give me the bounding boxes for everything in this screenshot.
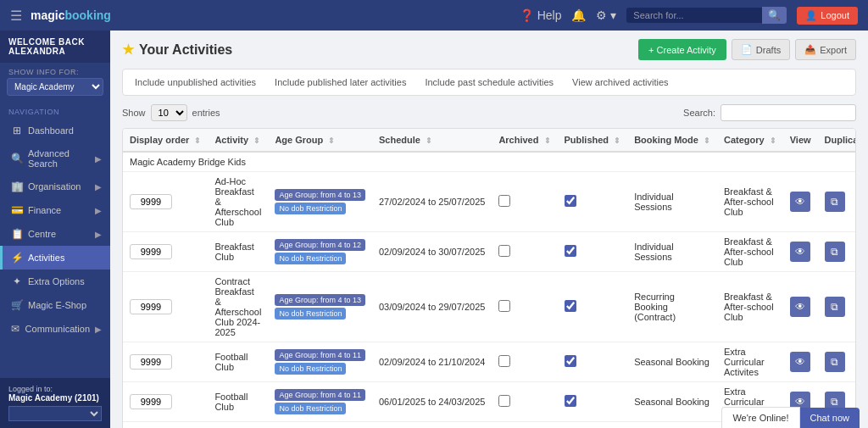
- published-cell[interactable]: [558, 232, 628, 272]
- header-actions: + Create Activity 📄 Drafts 📤 Export: [638, 39, 856, 60]
- duplicate-button[interactable]: ⧉: [825, 242, 845, 262]
- view-button[interactable]: 👁: [790, 242, 810, 262]
- archived-cell[interactable]: [492, 422, 557, 429]
- category-cell: Breakfast & After-school Club: [717, 272, 783, 342]
- sort-icon: ⇕: [704, 136, 710, 145]
- sidebar-item-organisation[interactable]: 🏢 Organisation ▶: [0, 175, 110, 198]
- published-checkbox[interactable]: [565, 195, 576, 207]
- sort-icon: ⇕: [194, 136, 201, 145]
- duplicate-cell[interactable]: ⧉: [818, 272, 856, 342]
- duplicate-cell[interactable]: ⧉: [818, 342, 856, 382]
- duplicate-button[interactable]: ⧉: [825, 297, 845, 317]
- published-cell[interactable]: [558, 342, 628, 382]
- archived-cell[interactable]: [492, 272, 557, 342]
- published-checkbox[interactable]: [565, 300, 576, 312]
- hamburger-icon[interactable]: ☰: [10, 8, 22, 24]
- duplicate-cell[interactable]: ⧉: [818, 232, 856, 272]
- filter-tab-past-schedule[interactable]: Include past schedule activities: [416, 73, 562, 92]
- published-cell[interactable]: [558, 422, 628, 429]
- logged-in-label: Logged in to:: [8, 385, 53, 393]
- sidebar-item-activities[interactable]: ⚡ Activities: [0, 246, 110, 270]
- view-cell[interactable]: 👁: [783, 272, 818, 342]
- col-age-group[interactable]: Age Group ⇕: [268, 129, 372, 152]
- sidebar-item-finance[interactable]: 💳 Finance ▶: [0, 198, 110, 222]
- filter-tab-archived[interactable]: View archived activities: [564, 73, 677, 92]
- published-checkbox[interactable]: [565, 395, 576, 407]
- sidebar-item-centre[interactable]: 📋 Centre ▶: [0, 222, 110, 246]
- display-order-input[interactable]: [130, 194, 172, 209]
- chat-widget: We're Online! Chat now: [721, 407, 860, 428]
- drafts-button[interactable]: 📄 Drafts: [732, 39, 790, 60]
- sort-icon: ⇕: [544, 136, 551, 145]
- display-order-input[interactable]: [130, 354, 172, 370]
- archived-cell[interactable]: [492, 232, 557, 272]
- bell-icon[interactable]: 🔔: [571, 8, 586, 22]
- published-cell[interactable]: [558, 272, 628, 342]
- col-category[interactable]: Category ⇕: [717, 129, 783, 152]
- archived-cell[interactable]: [492, 382, 557, 422]
- col-booking-mode[interactable]: Booking Mode ⇕: [627, 129, 717, 152]
- published-cell[interactable]: [558, 382, 628, 422]
- chevron-right-icon: ▶: [95, 206, 102, 215]
- duplicate-button[interactable]: ⧉: [825, 352, 845, 372]
- archived-checkbox[interactable]: [498, 355, 510, 367]
- footer-select[interactable]: [8, 406, 102, 421]
- logout-button[interactable]: 👤 Logout: [797, 7, 858, 25]
- col-display-order[interactable]: Display order ⇕: [123, 129, 208, 152]
- export-button[interactable]: 📤 Export: [795, 39, 856, 60]
- col-schedule[interactable]: Schedule ⇕: [372, 129, 492, 152]
- top-search-button[interactable]: 🔍: [762, 7, 787, 24]
- published-cell[interactable]: [558, 172, 628, 232]
- display-order-input[interactable]: [130, 244, 172, 259]
- age-group-cell: Age Group: from 4 to 11 No dob Restricti…: [268, 422, 372, 429]
- chevron-right-icon: ▶: [95, 230, 102, 239]
- age-badge: Age Group: from 4 to 12: [275, 239, 365, 251]
- duplicate-cell[interactable]: ⧉: [818, 172, 856, 232]
- table-search-input[interactable]: [721, 104, 856, 121]
- archived-checkbox[interactable]: [498, 195, 510, 207]
- display-order-input[interactable]: [130, 299, 172, 314]
- chat-now-button[interactable]: Chat now: [800, 408, 860, 428]
- archived-cell[interactable]: [492, 172, 557, 232]
- entries-select[interactable]: 10 25 50: [151, 104, 187, 121]
- col-archived[interactable]: Archived ⇕: [492, 129, 557, 152]
- schedule-cell: 27/02/2024 to 25/07/2025: [372, 172, 492, 232]
- sidebar-item-advanced-search[interactable]: 🔍 Advanced Search ▶: [0, 142, 110, 175]
- top-search-input[interactable]: [626, 8, 762, 23]
- archived-checkbox[interactable]: [498, 395, 510, 407]
- archived-cell[interactable]: [492, 342, 557, 382]
- sidebar-item-eshop[interactable]: 🛒 Magic E-Shop: [0, 293, 110, 317]
- filter-tab-published-later[interactable]: Include published later activities: [266, 73, 415, 92]
- sidebar-item-label: Dashboard: [28, 125, 74, 136]
- booking-mode-cell: Recurring Booking (Contract): [627, 272, 717, 342]
- duplicate-button[interactable]: ⧉: [825, 192, 845, 212]
- view-cell[interactable]: 👁: [783, 232, 818, 272]
- col-activity[interactable]: Activity ⇕: [208, 129, 268, 152]
- view-button[interactable]: 👁: [790, 192, 810, 212]
- archived-checkbox[interactable]: [498, 245, 510, 257]
- view-button[interactable]: 👁: [790, 352, 810, 372]
- centre-icon: 📋: [11, 228, 23, 240]
- archived-checkbox[interactable]: [498, 300, 510, 312]
- view-cell[interactable]: 👁: [783, 342, 818, 382]
- sidebar-item-extra-options[interactable]: ✦ Extra Options: [0, 270, 110, 293]
- gear-icon[interactable]: ⚙ ▾: [596, 8, 616, 22]
- category-cell: Extra Curricular Activites: [717, 342, 783, 382]
- published-checkbox[interactable]: [565, 355, 576, 367]
- sort-icon: ⇕: [253, 136, 260, 145]
- sidebar-item-dashboard[interactable]: ⊞ Dashboard: [0, 119, 110, 142]
- col-published[interactable]: Published ⇕: [558, 129, 628, 152]
- published-checkbox[interactable]: [565, 245, 576, 257]
- show-info-select[interactable]: Magic Academy: [7, 78, 103, 96]
- create-activity-button[interactable]: + Create Activity: [638, 39, 726, 60]
- view-button[interactable]: 👁: [790, 297, 810, 317]
- help-icon[interactable]: ❓ Help: [520, 8, 562, 22]
- schedule-cell: 03/09/2024 to 29/07/2025: [372, 272, 492, 342]
- sidebar-item-communication[interactable]: ✉ Communication ▶: [0, 317, 110, 341]
- view-cell[interactable]: 👁: [783, 172, 818, 232]
- sidebar-item-label: Organisation: [28, 181, 81, 192]
- filter-tab-unpublished[interactable]: Include unpublished activities: [126, 73, 264, 92]
- display-order-input[interactable]: [130, 394, 172, 409]
- age-badge: Age Group: from 4 to 13: [275, 189, 365, 201]
- activity-name: Pre School: [208, 422, 268, 429]
